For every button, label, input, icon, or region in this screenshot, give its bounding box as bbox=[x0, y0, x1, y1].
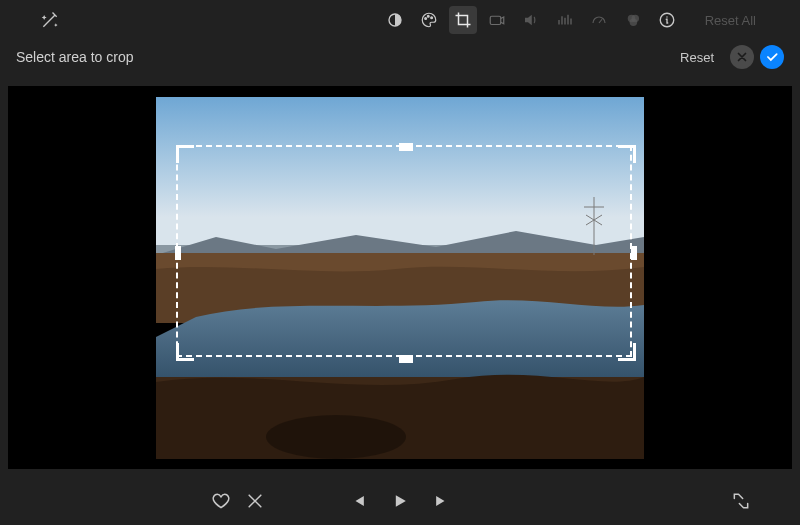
crop-corner-br[interactable] bbox=[618, 343, 636, 361]
crop-corner-tl[interactable] bbox=[176, 145, 194, 163]
image-canvas[interactable] bbox=[156, 97, 644, 459]
adjust-toolbar: Reset All bbox=[0, 0, 800, 40]
color-balance-icon[interactable] bbox=[619, 6, 647, 34]
reset-all-button: Reset All bbox=[705, 13, 756, 28]
contrast-icon[interactable] bbox=[381, 6, 409, 34]
crop-confirm-button[interactable] bbox=[760, 45, 784, 69]
gauge-icon[interactable] bbox=[585, 6, 613, 34]
crop-cancel-button[interactable] bbox=[730, 45, 754, 69]
skip-back-icon[interactable] bbox=[347, 490, 369, 512]
crop-toolbar: Select area to crop Reset bbox=[0, 40, 800, 74]
volume-icon[interactable] bbox=[517, 6, 545, 34]
reject-icon[interactable] bbox=[244, 490, 266, 512]
svg-point-3 bbox=[430, 17, 432, 19]
preview-area bbox=[8, 86, 792, 469]
playback-bar bbox=[0, 477, 800, 525]
camera-icon[interactable] bbox=[483, 6, 511, 34]
play-icon[interactable] bbox=[389, 490, 411, 512]
svg-point-1 bbox=[424, 18, 426, 20]
skip-forward-icon[interactable] bbox=[431, 490, 453, 512]
crop-selection[interactable] bbox=[176, 145, 632, 357]
equalizer-icon[interactable] bbox=[551, 6, 579, 34]
info-icon[interactable] bbox=[653, 6, 681, 34]
crop-handle-top[interactable] bbox=[399, 143, 413, 151]
svg-point-7 bbox=[629, 19, 637, 27]
palette-icon[interactable] bbox=[415, 6, 443, 34]
crop-handle-right[interactable] bbox=[631, 246, 637, 260]
fullscreen-icon[interactable] bbox=[730, 490, 752, 512]
crop-corner-tr[interactable] bbox=[618, 145, 636, 163]
heart-icon[interactable] bbox=[210, 490, 232, 512]
svg-point-13 bbox=[266, 415, 406, 459]
crop-handle-left[interactable] bbox=[175, 246, 181, 260]
crop-icon[interactable] bbox=[449, 6, 477, 34]
crop-instruction-label: Select area to crop bbox=[16, 49, 134, 65]
crop-handle-bottom[interactable] bbox=[399, 355, 413, 363]
svg-rect-4 bbox=[490, 16, 501, 24]
svg-point-2 bbox=[427, 15, 429, 17]
crop-reset-button[interactable]: Reset bbox=[680, 50, 714, 65]
magic-wand-icon[interactable] bbox=[20, 9, 80, 31]
crop-corner-bl[interactable] bbox=[176, 343, 194, 361]
